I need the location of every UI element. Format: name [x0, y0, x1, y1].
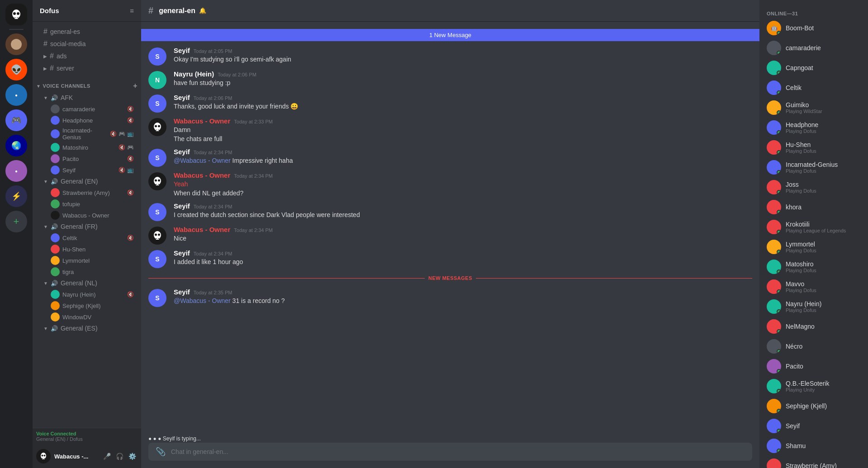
- message-timestamp: Today at 2:06 PM: [194, 95, 232, 101]
- divider-line-right: [476, 278, 752, 279]
- message-text: YeahWhen did NL get added?: [174, 180, 752, 198]
- voice-connected-bar: Voice Connected General (EN) / Dofus: [33, 428, 141, 444]
- member-item[interactable]: Incarnated-Genius Playing Dofus: [763, 157, 864, 177]
- member-item[interactable]: camaraderie: [763, 38, 864, 58]
- chat-input[interactable]: [171, 443, 745, 461]
- channel-item-general-es[interactable]: # general-es: [36, 26, 138, 38]
- member-item[interactable]: Q.B.-EleSoterik Playing Unity: [763, 376, 864, 396]
- member-item[interactable]: Matoshiro Playing Dofus: [763, 257, 864, 277]
- chevron-down-icon: ▼: [43, 179, 48, 184]
- channel-label: ads: [57, 52, 67, 60]
- voice-channels-section[interactable]: ▼ VOICE CHANNELS +: [33, 75, 141, 92]
- member-item[interactable]: khora: [763, 197, 864, 217]
- member-item[interactable]: Sephige (Kjell): [763, 396, 864, 416]
- message-avatar: [148, 118, 166, 136]
- settings-icon[interactable]: ⚙️: [127, 451, 138, 462]
- member-item[interactable]: Guimiko Playing WildStar: [763, 98, 864, 118]
- add-voice-icon[interactable]: +: [133, 82, 138, 90]
- headphone-icon[interactable]: 🎧: [114, 451, 125, 462]
- voice-username: Sephige (Kjell): [62, 303, 101, 309]
- member-status: Playing League of Legends: [786, 228, 861, 233]
- member-item[interactable]: 🤖 Boom-Bot: [763, 18, 864, 38]
- voice-channel-general-nl[interactable]: ▼ 🔊 General (NL): [36, 278, 138, 288]
- sidebar-menu-icon[interactable]: ≡: [130, 7, 134, 14]
- member-info: Nayru (Hein) Playing Dofus: [786, 300, 861, 313]
- member-item[interactable]: Shamu: [763, 436, 864, 456]
- member-item[interactable]: Strawberrie (Amy): [763, 456, 864, 468]
- voice-icons: 🔇: [127, 189, 134, 196]
- channel-notification-icon[interactable]: 🔔: [199, 7, 206, 14]
- message-content: Wabacus - Owner Today at 2:33 PM DamnThe…: [174, 117, 752, 143]
- user-avatar: [51, 312, 60, 321]
- voice-icons: 🔇🎮📺: [110, 131, 134, 137]
- member-avatar: [767, 180, 781, 194]
- message-text: have fun studying :p: [174, 79, 752, 88]
- voice-user-seyif[interactable]: Seyif 🔇📺: [36, 165, 138, 175]
- server-icon-aus[interactable]: 🌏: [5, 135, 27, 156]
- server-icon-reddit[interactable]: 👽: [5, 59, 27, 80]
- attachment-icon[interactable]: 📎: [156, 447, 166, 457]
- voice-user-matoshiro[interactable]: Matoshiro 🔇🎮: [36, 142, 138, 153]
- voice-icons: 🔇: [127, 291, 134, 298]
- voice-channel-general-en[interactable]: ▼ 🔊 General (EN): [36, 176, 138, 187]
- voice-user-headphone[interactable]: Headphone 🔇: [36, 115, 138, 126]
- voice-user-wabacus[interactable]: Wabacus - Owner: [36, 210, 138, 221]
- server-icon-dark[interactable]: ⚡: [5, 185, 27, 207]
- channel-item-ads[interactable]: ▶ # ads: [36, 50, 138, 62]
- message-header: Wabacus - Owner Today at 2:33 PM: [174, 117, 752, 125]
- voice-channel-general-es[interactable]: ▼ 🔊 General (ES): [36, 323, 138, 334]
- voice-user-celtik[interactable]: Celtik 🔇: [36, 232, 138, 243]
- member-item[interactable]: Celtik: [763, 78, 864, 98]
- member-info: Sephige (Kjell): [786, 402, 861, 410]
- message-timestamp: Today at 2:33 PM: [234, 119, 273, 124]
- voice-user-tigra[interactable]: tigra: [36, 266, 138, 277]
- member-item[interactable]: Capngoat: [763, 58, 864, 78]
- member-status: Playing Dofus: [786, 288, 861, 293]
- member-item[interactable]: Krokotiili Playing League of Legends: [763, 217, 864, 237]
- server-icon-dofus[interactable]: [5, 4, 27, 25]
- message-group: S Seyif Today at 2:34 PM I created the d…: [141, 200, 759, 223]
- voice-user-tofupie[interactable]: tofupie: [36, 199, 138, 209]
- voice-user-incarnated[interactable]: Incarnated-Genius 🔇🎮📺: [36, 126, 138, 142]
- voice-channel-general-fr[interactable]: ▼ 🔊 General (FR): [36, 221, 138, 232]
- colored-text: Yeah: [174, 180, 188, 188]
- member-item[interactable]: Pacito: [763, 356, 864, 376]
- member-item[interactable]: Joss Playing Dofus: [763, 177, 864, 197]
- microphone-icon[interactable]: 🎤: [101, 451, 112, 462]
- current-username: Wabacus -...: [54, 453, 98, 460]
- member-item[interactable]: Seyif: [763, 416, 864, 436]
- member-item[interactable]: Headphone Playing Dofus: [763, 118, 864, 137]
- member-item[interactable]: Hu-Shen Playing Dofus: [763, 137, 864, 157]
- voice-user-strawberrie[interactable]: Strawberrie (Amy) 🔇: [36, 187, 138, 198]
- voice-user-windowdv[interactable]: WindowDV: [36, 312, 138, 322]
- member-item[interactable]: NelMagno: [763, 317, 864, 336]
- message-group: Wabacus - Owner Today at 2:33 PM DamnThe…: [141, 115, 759, 145]
- voice-user-nayru[interactable]: Nayru (Hein) 🔇: [36, 289, 138, 300]
- channel-item-social-media[interactable]: # social-media: [36, 38, 138, 50]
- server-name-header[interactable]: Dofus ≡: [33, 0, 141, 22]
- voice-username: camaraderie: [62, 106, 95, 113]
- voice-channel-afk[interactable]: ▼ 🔊 AFK: [36, 92, 138, 103]
- message-avatar: S: [148, 203, 166, 221]
- channel-label: General (EN): [61, 178, 98, 185]
- voice-user-camaraderie[interactable]: camaraderie 🔇: [36, 104, 138, 114]
- message-content: Seyif Today at 2:05 PM Okay I'm studying…: [174, 47, 752, 66]
- member-item[interactable]: Mavvo Playing Dofus: [763, 277, 864, 297]
- server-icon-blue[interactable]: ●: [5, 84, 27, 106]
- member-item[interactable]: Nayru (Hein) Playing Dofus: [763, 297, 864, 317]
- server-icon-wolf[interactable]: [5, 33, 27, 55]
- voice-user-pacito[interactable]: Pacito 🔇: [36, 153, 138, 164]
- server-icon-discord[interactable]: 🎮: [5, 109, 27, 131]
- user-avatar: [51, 267, 60, 276]
- channel-item-server[interactable]: ▶ # server: [36, 62, 138, 74]
- voice-user-hushen[interactable]: Hu-Shen: [36, 244, 138, 255]
- speaker-icon: 🔊: [51, 325, 58, 332]
- new-message-bar[interactable]: 1 New Message: [141, 29, 759, 41]
- voice-user-lymmortel[interactable]: Lymmortel: [36, 255, 138, 266]
- member-item[interactable]: Nécro: [763, 336, 864, 356]
- server-icon-purple[interactable]: ●: [5, 160, 27, 182]
- voice-user-sephige[interactable]: Sephige (Kjell): [36, 300, 138, 311]
- add-server-button[interactable]: +: [5, 211, 27, 232]
- member-item[interactable]: Lymmortel Playing Dofus: [763, 237, 864, 257]
- member-avatar: [767, 439, 781, 453]
